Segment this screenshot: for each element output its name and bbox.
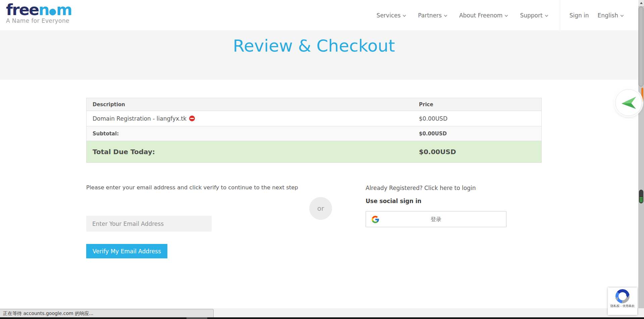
verify-email-button[interactable]: Verify My Email Address — [86, 244, 167, 258]
recaptcha-icon — [615, 289, 630, 303]
already-registered-prefix: Already Registered? — [366, 185, 423, 191]
column-header-description: Description — [87, 98, 413, 111]
subtotal-value: $0.00USD — [413, 126, 541, 141]
sign-in-link[interactable]: Sign in — [570, 12, 589, 19]
order-item-price: $0.00USD — [413, 111, 541, 126]
logo-text-m: m — [56, 1, 72, 19]
subtotal-label: Subtotal: — [87, 126, 413, 141]
table-header-row: Description Price — [87, 98, 541, 111]
main-nav: Services Partners About Freenom Support … — [364, 0, 623, 30]
scrollbar[interactable] — [638, 0, 644, 319]
table-row: Domain Registration - liangfyx.tk $0.00U… — [87, 111, 541, 126]
chevron-down-icon — [505, 13, 508, 17]
scrollbar-thumb[interactable] — [639, 7, 643, 86]
taskbar-edge — [0, 317, 644, 319]
scroll-up-button[interactable] — [638, 0, 644, 6]
logo-text-n: n — [39, 1, 49, 19]
total-due-row: Total Due Today: $0.00USD — [87, 141, 541, 163]
login-link[interactable]: Click here to login — [424, 185, 476, 191]
chevron-down-icon — [621, 13, 624, 17]
chevron-down-icon — [403, 13, 406, 17]
chevron-down-icon — [545, 13, 548, 17]
recaptcha-badge[interactable]: 隐私权 - 使用条款 — [608, 288, 637, 315]
freenom-logo[interactable]: freenm A Name for Everyone — [6, 1, 72, 24]
scrollbar-marker-dark — [639, 190, 643, 203]
browser-viewport: freenm A Name for Everyone Services Part… — [0, 0, 644, 319]
logo-wordmark: freenm — [6, 1, 72, 18]
or-divider-badge: or — [309, 197, 332, 220]
nav-divider — [560, 0, 560, 30]
triangle-up-icon — [640, 2, 643, 4]
nav-item-support[interactable]: Support — [520, 12, 547, 19]
total-due-label: Total Due Today: — [87, 141, 413, 163]
brand-tagline: A Name for Everyone — [6, 17, 72, 24]
recaptcha-arrowhead-gray — [615, 297, 618, 300]
logo-target-o-icon — [49, 9, 56, 15]
site-header: freenm A Name for Everyone Services Part… — [0, 0, 644, 30]
logo-text-free: free — [6, 1, 39, 19]
order-item-description: Domain Registration - liangfyx.tk — [93, 115, 186, 122]
page-title: Review & Checkout — [86, 36, 542, 56]
social-sign-in-heading: Use social sign in — [366, 198, 421, 204]
nav-item-partners[interactable]: Partners — [418, 12, 447, 19]
chevron-down-icon — [444, 13, 447, 17]
already-registered-text: Already Registered?Click here to login — [366, 185, 476, 191]
order-summary-table: Description Price Domain Registration - … — [86, 98, 542, 163]
email-instruction-text: Please enter your email address and clic… — [86, 183, 301, 192]
total-due-value: $0.00USD — [413, 141, 541, 163]
language-label: English — [598, 12, 618, 19]
recaptcha-terms-link[interactable]: 隐私权 - 使用条款 — [610, 304, 635, 308]
green-arrow-icon — [621, 95, 637, 110]
taskbar-segment — [186, 317, 207, 319]
language-selector[interactable]: English — [598, 12, 623, 19]
nav-label-about: About Freenom — [459, 12, 502, 19]
google-button-label: 登录 — [366, 211, 506, 228]
nav-label-partners: Partners — [418, 12, 442, 19]
browser-status-bar: 正在等待 accounts.google.com 的响应... — [0, 309, 214, 317]
nav-item-about-freenom[interactable]: About Freenom — [459, 12, 507, 19]
email-input[interactable] — [86, 216, 212, 232]
nav-item-services[interactable]: Services — [377, 12, 406, 19]
column-header-price: Price — [413, 98, 541, 111]
scrollbar-marker-green-stripes — [640, 197, 643, 202]
google-sign-in-button[interactable]: 登录 — [366, 211, 506, 227]
remove-item-icon[interactable] — [189, 116, 195, 121]
nav-label-support: Support — [520, 12, 542, 19]
nav-label-services: Services — [377, 12, 401, 19]
recaptcha-arrowhead-blue — [626, 295, 629, 298]
subtotal-row: Subtotal: $0.00USD — [87, 126, 541, 141]
back-navigation-badge[interactable] — [615, 89, 642, 116]
